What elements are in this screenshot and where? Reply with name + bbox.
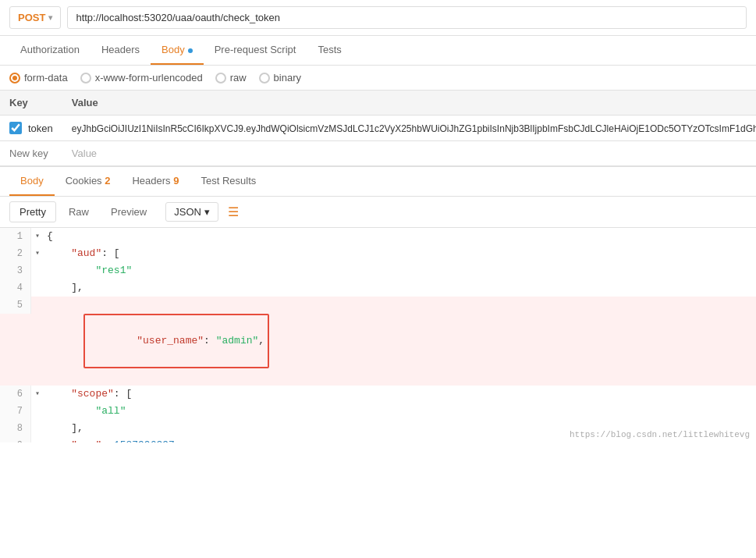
code-line-5: 5 "user_name": "admin", [0,297,756,386]
row-checkbox[interactable] [9,122,22,134]
kv-table: Key Value token eyJhbGciOiJIUzI1NiIsInR5… [0,91,756,166]
response-tabs: Body Cookies 2 Headers 9 Test Results [0,167,756,197]
code-line-2: 2 ▾ "aud": [ [0,245,756,262]
format-label: JSON [174,206,201,218]
top-bar: POST ▾ [0,0,756,36]
tab-body[interactable]: Body [151,36,204,65]
tab-headers[interactable]: Headers [91,36,151,65]
code-line-6: 6 ▾ "scope": [ [0,386,756,403]
tab-tests[interactable]: Tests [307,36,352,65]
body-dot [188,48,193,53]
url-input[interactable] [67,6,747,29]
code-line-3: 3 "res1" [0,262,756,279]
code-line-4: 4 ], [0,279,756,297]
raw-button[interactable]: Raw [59,202,98,222]
watermark: https://blog.csdn.net/littlewhitevg [570,430,750,439]
headers-badge: 9 [173,175,179,187]
new-value-cell: Value [62,141,756,166]
format-chevron: ▾ [204,206,210,218]
value-header: Value [62,91,756,116]
preview-button[interactable]: Preview [101,202,156,222]
method-button[interactable]: POST ▾ [9,6,61,29]
new-key-input[interactable] [9,147,53,159]
pretty-button[interactable]: Pretty [9,201,56,222]
code-area: 1 ▾ { 2 ▾ "aud": [ 3 "res1" 4 ], 5 "user… [0,228,756,442]
radio-raw[interactable]: raw [215,72,247,84]
cookies-badge: 2 [105,175,110,187]
format-icon[interactable]: ☰ [228,204,239,219]
request-tabs: Authorization Headers Body Pre-request S… [0,36,756,66]
body-type-row: form-data x-www-form-urlencoded raw bina… [0,66,756,91]
key-header: Key [0,91,62,116]
response-tab-headers[interactable]: Headers 9 [121,167,190,196]
kv-section: Key Value token eyJhbGciOiJIUzI1NiIsInR5… [0,91,756,167]
tab-authorization[interactable]: Authorization [9,36,91,65]
method-chevron: ▾ [48,13,52,22]
code-line-1: 1 ▾ { [0,228,756,245]
code-line-7: 7 "all" [0,403,756,420]
table-row: token eyJhbGciOiJIUzI1NiIsInR5cCI6IkpXVC… [0,116,756,141]
new-key-cell [0,141,62,166]
format-select[interactable]: JSON ▾ [165,202,218,222]
radio-circle-raw [215,73,226,84]
value-cell: eyJhbGciOiJIUzI1NiIsInR5cCI6IkpXVCJ9.eyJ… [62,116,756,141]
radio-circle-urlencoded [80,73,91,84]
method-label: POST [18,12,45,23]
key-value: token [28,123,53,134]
response-tab-test-results[interactable]: Test Results [190,167,267,196]
response-tab-cookies[interactable]: Cookies 2 [55,167,122,196]
new-key-row: Value [0,141,756,166]
value-text: eyJhbGciOiJIUzI1NiIsInR5cCI6IkpXVCJ9.eyJ… [72,123,756,134]
radio-urlencoded[interactable]: x-www-form-urlencoded [80,72,203,84]
new-value-placeholder: Value [72,147,97,159]
key-cell: token [0,116,62,141]
radio-form-data[interactable]: form-data [9,72,68,84]
response-tab-body[interactable]: Body [9,167,55,196]
radio-binary[interactable]: binary [259,72,301,84]
radio-circle-form-data [9,73,20,84]
code-toolbar: Pretty Raw Preview JSON ▾ ☰ [0,197,756,228]
tab-pre-request[interactable]: Pre-request Script [204,36,307,65]
radio-circle-binary [259,73,270,84]
